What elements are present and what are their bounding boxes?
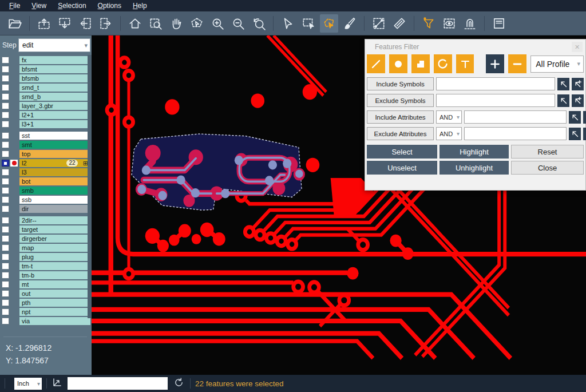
layer-row[interactable]: plug ⊞ [2, 253, 90, 261]
layer-active-indicator[interactable] [10, 84, 18, 91]
layer-name[interactable]: l3+1 ⊞ [19, 120, 90, 128]
layer-visibility-checkbox[interactable] [2, 318, 9, 324]
close-icon[interactable]: ✕ [572, 42, 583, 52]
layer-visibility-checkbox[interactable] [2, 132, 9, 139]
layer-row[interactable]: out ⊞ [2, 290, 90, 298]
layer-active-indicator[interactable] [10, 308, 18, 315]
layer-name[interactable]: layer_3.gbr ⊞ [19, 102, 90, 110]
layer-visibility-checkbox[interactable] [2, 217, 9, 224]
layer-row[interactable]: smd_b ⊞ [2, 93, 90, 101]
menu-item[interactable]: View [26, 1, 52, 11]
include-attributes-button[interactable]: Include Attributes [367, 110, 434, 124]
layer-name[interactable]: via ⊞ [19, 317, 90, 325]
unselect-button[interactable]: Unselect [367, 161, 437, 175]
layer-active-indicator[interactable] [10, 121, 18, 128]
nudge-down-icon[interactable] [56, 14, 74, 33]
exclude-symbols-button[interactable]: Exclude Symbols [367, 94, 434, 107]
dialog-titlebar[interactable]: Features Filter ✕ [365, 39, 585, 54]
highlight-button[interactable]: Highlight [440, 145, 509, 159]
layer-name[interactable]: map ⊞ [19, 244, 90, 252]
layer-active-indicator[interactable] [10, 57, 18, 64]
layer-visibility-checkbox[interactable] [2, 75, 9, 82]
layer-name[interactable]: ssb ⊞ [19, 196, 90, 204]
layer-visibility-checkbox[interactable] [2, 281, 9, 288]
layer-name[interactable]: dir ⊞ [19, 205, 90, 213]
layer-active-indicator[interactable] [10, 290, 18, 297]
layer-row[interactable]: smt ⊞ [2, 141, 90, 149]
pan-hand-icon[interactable] [167, 14, 185, 33]
step-select[interactable]: edit ▾ [18, 38, 90, 52]
include-symbols-input[interactable] [436, 77, 555, 90]
layer-row[interactable]: l3 ⊞ [2, 168, 90, 176]
layer-visibility-checkbox[interactable] [2, 290, 9, 297]
select-cursor-icon[interactable] [279, 14, 297, 33]
layer-name[interactable]: l2 22 ⊞ [19, 159, 90, 167]
pad-feature-button[interactable] [389, 54, 407, 73]
layer-name[interactable]: 2dir-- ⊞ [19, 216, 90, 224]
layer-visibility-checkbox[interactable] [2, 121, 9, 128]
layer-row[interactable]: map ⊞ [2, 244, 90, 252]
layer-row[interactable]: fx ⊞ [2, 56, 90, 64]
pick-add-symbol-icon[interactable] [572, 94, 584, 107]
open-file-icon[interactable] [6, 14, 24, 33]
layer-visibility-checkbox[interactable] [2, 196, 9, 203]
layer-visibility-checkbox[interactable] [2, 235, 9, 242]
zoom-out-icon[interactable] [229, 14, 247, 33]
layer-name[interactable]: out ⊞ [19, 290, 90, 298]
layer-name[interactable]: bfsmt ⊞ [19, 65, 90, 73]
layer-name[interactable]: smd_b ⊞ [19, 93, 90, 101]
arc-feature-button[interactable] [434, 54, 452, 73]
layer-active-indicator[interactable] [10, 102, 18, 109]
layer-name[interactable]: plug ⊞ [19, 253, 90, 261]
layer-row[interactable]: 2dir-- ⊞ [2, 216, 90, 224]
layer-visibility-checkbox[interactable] [2, 299, 9, 306]
layer-name[interactable]: pth ⊞ [19, 299, 90, 307]
layer-active-indicator[interactable] [10, 217, 18, 224]
layer-active-indicator[interactable] [10, 66, 18, 73]
exclude-symbols-input[interactable] [436, 94, 555, 107]
layer-visibility-checkbox[interactable] [2, 84, 9, 91]
layer-visibility-checkbox[interactable] [2, 66, 9, 73]
layer-row[interactable]: tm-b ⊞ [2, 271, 90, 279]
zoom-in-icon[interactable] [208, 14, 227, 33]
include-symbols-button[interactable]: Include Symbols [367, 77, 434, 90]
layer-row[interactable]: target ⊞ [2, 225, 90, 233]
subtract-filter-button[interactable] [508, 54, 526, 73]
view-options-icon[interactable] [440, 14, 458, 33]
layer-active-indicator[interactable] [10, 263, 18, 270]
layer-row[interactable]: bfsmt ⊞ [2, 65, 90, 73]
include-attributes-input[interactable] [464, 110, 567, 124]
pick-symbol-icon[interactable] [557, 94, 569, 107]
layer-active-indicator[interactable] [10, 254, 18, 260]
layer-visibility-checkbox[interactable] [2, 205, 9, 212]
line-feature-button[interactable] [367, 54, 385, 73]
layer-name[interactable]: dirgerber ⊞ [19, 235, 90, 243]
layers-panel-icon[interactable] [490, 14, 508, 33]
layer-active-indicator[interactable] [10, 151, 18, 157]
layer-row[interactable]: dir ⊞ [2, 205, 90, 213]
layer-active-indicator[interactable] [10, 169, 18, 176]
nudge-right-icon[interactable] [97, 14, 115, 33]
layer-visibility-checkbox[interactable] [2, 151, 9, 157]
layer-name[interactable]: npt ⊞ [19, 308, 90, 316]
layer-name[interactable]: tm-t ⊞ [19, 262, 90, 270]
layer-visibility-checkbox[interactable] [2, 112, 9, 118]
layer-row[interactable]: smd_t ⊞ [2, 84, 90, 92]
layer-visibility-checkbox[interactable] [2, 169, 9, 176]
select-rectangle-icon[interactable] [299, 14, 318, 33]
nudge-up-icon[interactable] [35, 14, 53, 33]
layer-visibility-checkbox[interactable] [2, 244, 9, 251]
layer-visibility-checkbox[interactable] [2, 254, 9, 260]
text-feature-button[interactable] [456, 54, 474, 73]
layer-name[interactable]: fx ⊞ [19, 56, 90, 64]
layer-row[interactable]: sst ⊞ [2, 132, 90, 140]
layer-visibility-checkbox[interactable] [2, 141, 9, 148]
layer-active-indicator[interactable] [10, 226, 18, 233]
snap-mode-icon[interactable] [461, 14, 479, 33]
layer-name[interactable]: top ⊞ [19, 150, 90, 158]
home-view-icon[interactable] [126, 14, 144, 33]
layer-name[interactable]: smd_t ⊞ [19, 84, 90, 92]
layer-visibility-checkbox[interactable] [2, 160, 9, 167]
layer-row[interactable]: bot ⊞ [2, 177, 90, 185]
close-button[interactable]: Close [511, 161, 584, 175]
